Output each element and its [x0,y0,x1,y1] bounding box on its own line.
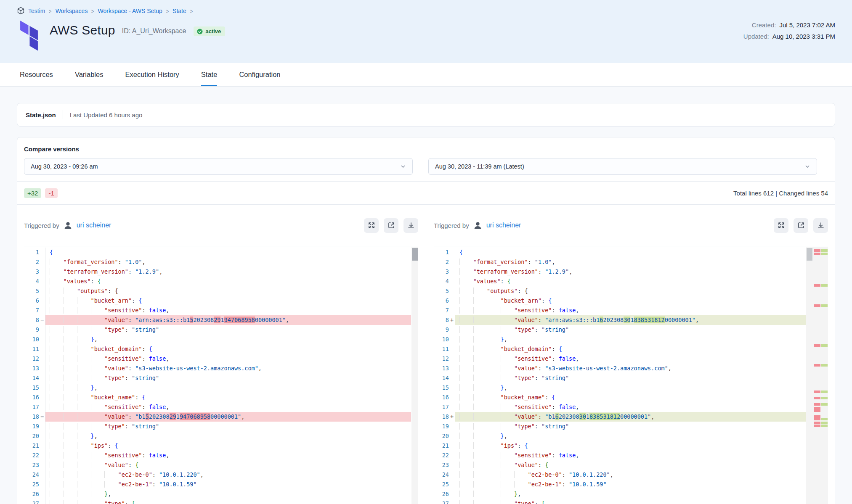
tab-configuration[interactable]: Configuration [239,63,280,86]
line-number: 15 [24,383,39,393]
code-line: 21 "ips": { [434,441,806,451]
diff-sign [449,364,455,373]
version-select-left[interactable]: Aug 30, 2023 - 09:26 am [24,158,413,175]
tab-state[interactable]: State [201,63,218,86]
code-line: 26 }, [434,489,806,499]
external-link-icon [388,222,395,229]
breadcrumb-separator: > [166,7,169,15]
line-content: }, [45,489,411,499]
line-content: "value": "b1520230829194706895800000001"… [45,412,411,422]
line-number: 21 [24,441,39,451]
breadcrumb-separator: > [49,7,52,15]
code-line: 25 "ec2-be-1": "10.0.1.59" [434,480,806,489]
ruler-removed-mark [814,418,820,420]
code-line: 22 "sensitive": false, [434,451,806,460]
open-external-button[interactable] [794,218,808,233]
line-content: { [45,248,411,257]
ruler-removed-mark [814,407,820,412]
code-line: 20 }, [434,431,806,441]
ruler-removed-mark [814,253,820,255]
diff-sign [39,248,45,257]
triggered-by-label: Triggered by [24,222,59,229]
diff-sign [449,422,455,431]
line-content: { [455,248,806,257]
scrollbar[interactable] [806,247,813,504]
line-number: 1 [24,248,39,257]
code-line: 11 "bucket_domain": { [434,344,806,354]
tab-variables[interactable]: Variables [75,63,104,86]
scrollbar-thumb[interactable] [807,248,812,261]
diff-sign [449,248,455,257]
diff-sign [39,441,45,451]
page-header: Testim>Workspaces>Workspace - AWS Setup>… [0,0,852,63]
line-number: 19 [24,422,39,431]
triggered-by-user-link[interactable]: uri scheiner [486,222,521,229]
code-line: 18+ "value": "b1620230830183853181200000… [434,412,806,422]
ruler-added-mark [821,284,828,287]
line-number: 2 [24,257,39,267]
code-line: 25 "ec2-be-1": "10.0.1.59" [24,480,411,489]
line-number: 20 [434,431,449,441]
code-line: 21 "ips": { [24,441,411,451]
breadcrumb-link[interactable]: Workspaces [56,8,88,14]
line-number: 19 [434,422,449,431]
diff-sign [39,354,45,364]
line-number: 10 [434,335,449,344]
open-external-button[interactable] [384,218,398,233]
line-content: }, [45,431,411,441]
diff-sign [449,402,455,412]
scrollbar-thumb[interactable] [412,248,418,261]
line-content: "sensitive": false, [45,402,411,412]
diff-overview-ruler[interactable] [813,247,828,504]
ruler-added-mark [821,249,828,252]
line-content: "type": "string" [45,422,411,431]
code-line: 22 "sensitive": false, [24,451,411,460]
tab-resources[interactable]: Resources [20,63,53,86]
line-content: "value": { [455,460,806,470]
line-number: 8 [24,315,39,325]
line-content: "value": "s3-website-us-west-2.amazonaws… [45,364,411,373]
diff-sign [39,373,45,383]
diff-sign [39,383,45,393]
diff-sign [449,393,455,402]
diff-sign [39,460,45,470]
line-content: "ec2-be-1": "10.0.1.59" [45,480,411,489]
compare-card: Compare versions Aug 30, 2023 - 09:26 am… [17,137,835,504]
breadcrumb-link[interactable]: Testim [28,8,45,14]
line-content: "type": [ [455,499,806,504]
tab-bar: ResourcesVariablesExecution HistoryState… [0,63,852,87]
expand-button[interactable] [364,218,379,233]
diff-sign [39,480,45,489]
code-line: 27 "type": [ [24,499,411,504]
version-select-right[interactable]: Aug 30, 2023 - 11:39 am (Latest) [428,158,817,175]
line-content: "ec2-be-0": "10.0.1.220", [45,470,411,480]
updated-value: Aug 10, 2023 3:31 PM [772,33,835,40]
code-line: 16 "bucket_name": { [434,393,806,402]
diff-sign [39,422,45,431]
code-line: 19 "type": "string" [24,422,411,431]
ruler-added-mark [821,403,828,406]
ruler-removed-mark [814,249,820,252]
download-button[interactable] [813,218,828,233]
code-line: 27 "type": [ [434,499,806,504]
diff-sign: + [449,315,455,325]
code-line: 8+ "value": "arn:aws:s3:::b1620230830183… [434,315,806,325]
code-line: 14 "type": "string" [24,373,411,383]
download-button[interactable] [403,218,418,233]
line-content: "type": "string" [455,373,806,383]
line-number: 27 [434,499,449,504]
line-number: 22 [434,451,449,460]
tab-execution-history[interactable]: Execution History [125,63,179,86]
line-number: 22 [24,451,39,460]
download-icon [407,222,415,229]
triggered-by-user-link[interactable]: uri scheiner [77,222,111,229]
line-number: 1 [434,248,449,257]
expand-button[interactable] [774,218,788,233]
breadcrumb-link[interactable]: State [173,8,186,14]
line-number: 5 [24,286,39,296]
line-content: "values": { [455,277,806,286]
line-content: }, [455,489,806,499]
line-number: 18 [24,412,39,422]
scrollbar[interactable] [411,247,418,504]
breadcrumb-link[interactable]: Workspace - AWS Setup [98,8,162,14]
